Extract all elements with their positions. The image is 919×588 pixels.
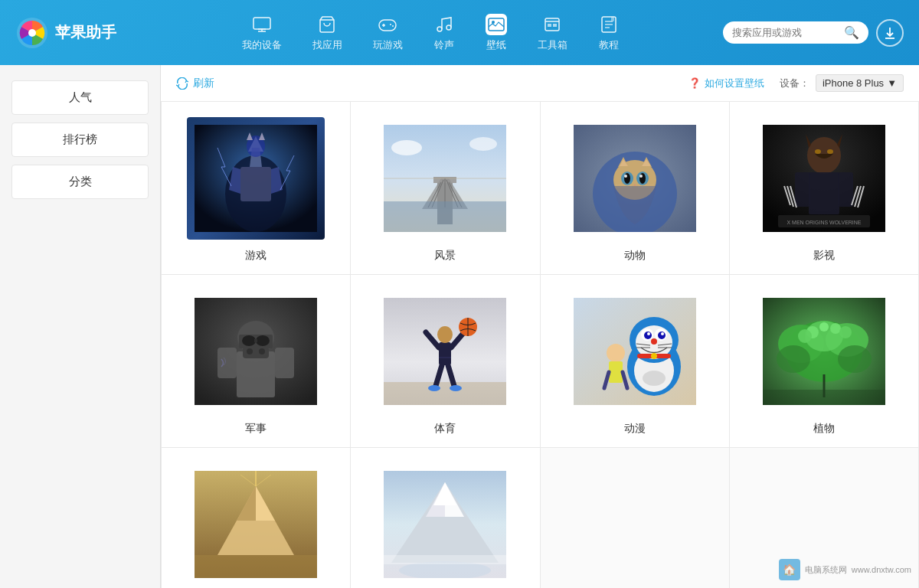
svg-point-89 [242,335,256,346]
svg-rect-91 [254,339,257,342]
wallpaper-cell-games[interactable]: 游戏 [162,102,351,275]
svg-rect-74 [809,172,839,214]
dropdown-arrow-icon: ▼ [887,77,897,89]
svg-rect-130 [609,361,623,383]
wallpaper-cell-anime[interactable]: 动漫 [541,275,730,448]
wallpaper-cell-empty1 [541,448,730,588]
wallpaper-label-plants: 植物 [813,422,835,436]
search-area: 🔍 [723,19,904,47]
wallpaper-thumb-scenery [376,117,514,240]
svg-point-59 [624,173,630,184]
svg-rect-24 [611,17,614,21]
nav-item-tutorial[interactable]: 教程 [598,14,620,52]
question-icon: ❓ [688,77,701,89]
nav-label-tools: 工具箱 [538,38,567,52]
svg-rect-31 [240,167,271,201]
svg-point-128 [643,371,666,386]
svg-rect-95 [217,348,237,378]
wallpaper-label-sports: 体育 [434,422,456,436]
tutorial-icon [598,14,620,35]
download-button[interactable] [876,19,904,47]
svg-point-107 [428,385,440,391]
sidebar-item-ranking[interactable]: 排行榜 [11,122,149,157]
svg-point-140 [838,345,872,373]
svg-point-142 [830,323,841,334]
svg-rect-7 [379,20,396,31]
wallpaper-cell-plants[interactable]: 植物 [730,275,919,448]
wallpaper-cell-row3a[interactable] [162,448,351,588]
svg-rect-76 [838,172,853,207]
header-right: ❓ 如何设置壁纸 设备： iPhone 8 Plus ▼ [688,74,904,92]
how-to-label: 如何设置壁纸 [705,77,764,90]
tools-icon [541,14,563,35]
main-nav: 我的设备 找应用 玩游戏 [138,14,723,52]
wallpaper-grid: 游戏 [161,102,919,588]
svg-point-121 [651,338,657,345]
svg-rect-155 [195,555,317,578]
device-icon [251,14,273,35]
svg-point-144 [798,329,812,343]
nav-item-wallpaper[interactable]: 壁纸 [486,14,507,52]
svg-rect-147 [763,390,885,405]
svg-point-1 [28,29,36,37]
sidebar-item-popular[interactable]: 人气 [11,80,149,115]
nav-item-ringtone[interactable]: 铃声 [433,14,455,52]
svg-text:X MEN ORIGINS WOLVERINE: X MEN ORIGINS WOLVERINE [787,220,861,225]
svg-point-11 [392,25,394,27]
nav-label-wallpaper: 壁纸 [486,38,506,52]
main-layout: 人气 排行榜 分类 刷新 ❓ 如何设置壁纸 设备： [0,65,919,588]
svg-point-139 [777,345,810,373]
svg-rect-2 [253,18,270,29]
svg-point-62 [639,175,643,178]
svg-point-60 [639,173,646,184]
wallpaper-cell-sports[interactable]: 体育 [351,275,540,448]
svg-rect-96 [275,348,294,378]
search-icon[interactable]: 🔍 [844,25,859,40]
wallpaper-icon [486,14,507,35]
svg-rect-16 [545,18,559,31]
wallpaper-cell-row3b[interactable] [351,448,540,588]
svg-point-93 [247,348,253,354]
wallpaper-thumb-plants [755,290,893,413]
svg-point-131 [608,346,623,360]
device-selector: 设备： iPhone 8 Plus ▼ [780,74,904,92]
search-box: 🔍 [723,21,868,44]
content-header: 刷新 ❓ 如何设置壁纸 设备： iPhone 8 Plus ▼ [161,65,919,102]
nav-item-apps[interactable]: 找应用 [312,14,342,52]
how-to-button[interactable]: ❓ 如何设置壁纸 [688,77,764,90]
svg-point-90 [256,335,270,346]
apps-icon [316,14,338,35]
wallpaper-thumb-military [187,290,325,413]
watermark-text: 电脑系统网 [805,564,847,576]
svg-point-10 [390,24,391,25]
nav-label-device: 我的设备 [242,38,282,52]
logo-area: 苹果助手 [15,16,138,50]
wallpaper-cell-scenery[interactable]: 风景 [351,102,540,275]
app-header: 苹果助手 我的设备 找应用 [0,0,919,65]
svg-point-72 [815,149,821,154]
svg-point-61 [624,175,627,178]
watermark-icon: 🏠 [779,559,800,580]
device-label: 设备： [780,77,809,90]
wallpaper-thumb-anime [566,290,704,413]
device-dropdown[interactable]: iPhone 8 Plus ▼ [816,74,904,92]
nav-item-games[interactable]: 玩游戏 [373,14,403,52]
games-icon [377,14,398,35]
wallpaper-cell-animals[interactable]: 动物 [541,102,730,275]
search-input[interactable] [732,27,839,38]
wallpaper-label-movies: 影视 [813,249,835,263]
nav-item-tools[interactable]: 工具箱 [538,14,567,52]
wallpaper-thumb-games [187,117,325,240]
nav-item-device[interactable]: 我的设备 [242,14,282,52]
wallpaper-cell-military[interactable]: 军事 [162,275,351,448]
ringtone-icon [433,14,455,35]
svg-point-108 [450,385,462,391]
sidebar-item-category[interactable]: 分类 [11,165,149,199]
svg-rect-18 [548,24,551,27]
refresh-button[interactable]: 刷新 [176,77,214,90]
wallpaper-cell-movies[interactable]: X MEN ORIGINS WOLVERINE 影视 [730,102,919,275]
content-area: 刷新 ❓ 如何设置壁纸 设备： iPhone 8 Plus ▼ [161,65,919,588]
wallpaper-label-games: 游戏 [245,249,267,263]
svg-rect-98 [384,382,506,405]
nav-label-games: 玩游戏 [373,38,403,52]
